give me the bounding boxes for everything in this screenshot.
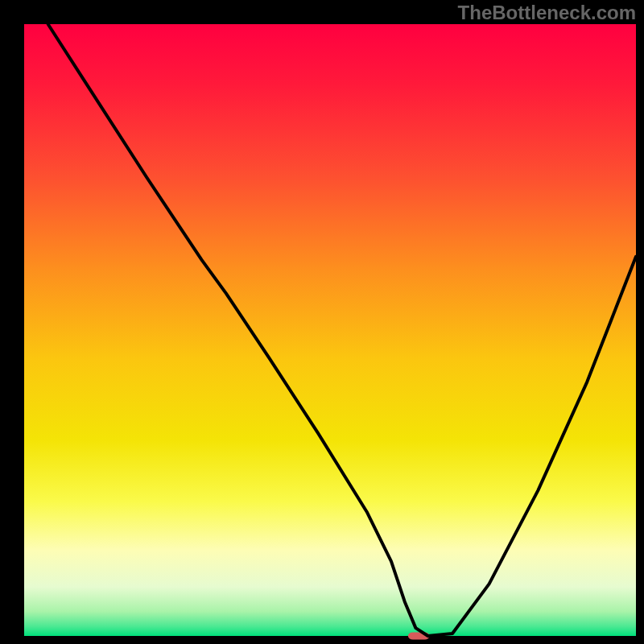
chart-canvas <box>0 0 644 644</box>
watermark-text: TheBottleneck.com <box>458 2 636 24</box>
bottleneck-chart: TheBottleneck.com <box>0 0 644 644</box>
plot-background <box>24 24 636 636</box>
